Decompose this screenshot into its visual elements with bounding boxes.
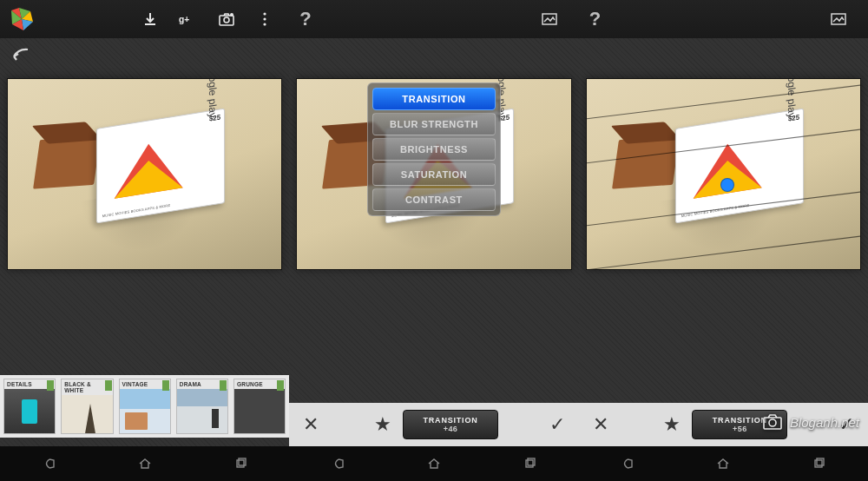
compare-image-icon[interactable]	[819, 0, 858, 38]
help-icon[interactable]: ?	[589, 8, 601, 30]
menu-item-brightness[interactable]: BRIGHTNESS	[372, 138, 496, 161]
menu-item-blur-strength[interactable]: BLUR STRENGTH	[372, 113, 496, 135]
filter-item[interactable]: DETAILS	[3, 379, 56, 434]
svg-text:g+: g+	[179, 15, 189, 24]
nav-back-icon[interactable]	[31, 451, 66, 477]
photo-object-card: Google play $25 MUSIC MOVIES BOOKS APPS …	[96, 109, 225, 224]
svg-point-6	[264, 23, 266, 25]
svg-rect-7	[237, 460, 244, 467]
photo-canvas[interactable]: Google play $25 MUSIC MOVIES BOOKS APPS …	[7, 78, 282, 270]
cancel-icon[interactable]: ✕	[298, 412, 324, 438]
nav-home-icon[interactable]	[706, 451, 740, 477]
status-value: +56	[733, 425, 746, 433]
nav-recent-icon[interactable]	[513, 451, 548, 477]
svg-point-5	[264, 17, 266, 20]
card-price: $25	[209, 114, 220, 123]
android-navbar	[0, 446, 289, 481]
svg-point-16	[769, 419, 776, 426]
menu-item-saturation[interactable]: SATURATION	[372, 163, 496, 186]
photo-object-cube	[36, 136, 97, 189]
google-plus-icon[interactable]: g+	[169, 0, 207, 38]
svg-rect-8	[239, 458, 246, 465]
menu-item-contrast[interactable]: CONTRAST	[372, 188, 496, 211]
svg-rect-10	[526, 460, 533, 467]
android-navbar	[579, 446, 868, 481]
photo-object-card: Google play $25 MUSIC MOVIES BOOKS APPS …	[674, 109, 803, 224]
status-label: TRANSITION	[423, 416, 477, 425]
control-bar: ✕ ★ TRANSITION +46 ✓	[289, 403, 578, 446]
watermark: Bloganh.net	[760, 413, 859, 431]
photo-canvas[interactable]: Google play $25 MUSIC MOVIES BOOKS APPS …	[586, 78, 861, 270]
top-bar: g+	[0, 0, 289, 38]
nav-recent-icon[interactable]	[802, 451, 837, 477]
apply-icon[interactable]: ✓	[544, 412, 570, 438]
filter-item[interactable]: BLACK & WHITE	[61, 379, 113, 434]
status-pill[interactable]: TRANSITION +46	[403, 410, 498, 439]
help-icon[interactable]: ?	[299, 8, 311, 30]
svg-point-2	[224, 17, 229, 23]
android-navbar	[289, 446, 578, 481]
nav-back-icon[interactable]	[609, 451, 644, 477]
top-bar: ?	[579, 0, 868, 38]
screen-adjust-menu: ? Google play $25 MUSIC MOVIES BOOKS APP…	[289, 0, 578, 481]
screen-main: g+ Google play $25 MUSIC MOVIES BOOKS AP…	[0, 0, 289, 481]
nav-home-icon[interactable]	[417, 451, 451, 477]
favorite-icon[interactable]: ★	[659, 412, 685, 438]
camera-icon[interactable]	[207, 0, 246, 38]
cancel-icon[interactable]: ✕	[588, 412, 614, 438]
svg-rect-11	[528, 458, 535, 465]
menu-item-transition[interactable]: TRANSITION	[372, 88, 496, 110]
top-bar: ?	[289, 0, 578, 38]
filter-strip[interactable]: DETAILS BLACK & WHITE VINTAGE DRAMA GRUN…	[0, 375, 289, 438]
filter-item[interactable]: VINTAGE	[119, 379, 171, 434]
screen-tilt-shift: ? Google play $25 MUSIC MOVIES BOOKS APP…	[579, 0, 868, 481]
status-label: TRANSITION	[713, 416, 767, 425]
filter-item[interactable]: DRAMA	[176, 379, 228, 434]
nav-home-icon[interactable]	[128, 451, 162, 477]
svg-rect-14	[817, 458, 824, 465]
nav-recent-icon[interactable]	[224, 451, 259, 477]
snapseed-logo-icon	[9, 6, 35, 32]
compare-image-icon[interactable]	[530, 0, 569, 38]
adjustment-menu: TRANSITION BLUR STRENGTH BRIGHTNESS SATU…	[367, 82, 501, 216]
nav-back-icon[interactable]	[320, 451, 355, 477]
download-icon[interactable]	[131, 0, 169, 38]
favorite-icon[interactable]: ★	[370, 412, 396, 438]
svg-point-3	[231, 14, 233, 16]
status-value: +46	[444, 425, 457, 433]
filter-item[interactable]: GRUNGE	[233, 379, 286, 434]
svg-point-4	[264, 12, 266, 15]
back-row	[0, 38, 289, 73]
photo-object-cube	[615, 136, 676, 189]
svg-rect-13	[815, 460, 822, 467]
back-icon[interactable]	[10, 44, 31, 67]
overflow-menu-icon[interactable]	[246, 0, 284, 38]
